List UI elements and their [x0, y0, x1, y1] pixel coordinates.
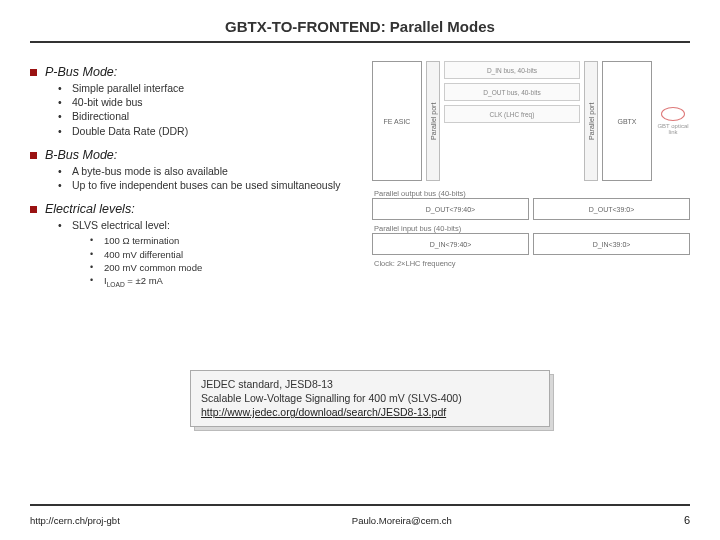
- elec-item-label: SLVS electrical level:: [72, 219, 170, 231]
- callout-box: JEDEC standard, JESD8-13 Scalable Low-Vo…: [190, 370, 550, 427]
- list-item: 40-bit wide bus: [58, 95, 360, 109]
- diagram-column: FE ASIC Parallel port D_IN bus, 40-bits …: [372, 61, 690, 299]
- list-item: SLVS electrical level: 100 Ω termination…: [58, 218, 360, 289]
- out-bus-row: D_OUT<79:40> D_OUT<39:0>: [372, 198, 690, 220]
- elec-list: SLVS electrical level: 100 Ω termination…: [58, 218, 360, 289]
- elec-sublist: 100 Ω termination 400 mV differential 20…: [90, 234, 360, 289]
- pbus-heading: P-Bus Mode:: [30, 65, 360, 79]
- bbus-heading: B-Bus Mode:: [30, 148, 360, 162]
- wire: D_IN bus, 40-bits: [444, 61, 580, 79]
- ellipse-icon: [661, 107, 685, 121]
- bus-cell: D_OUT<39:0>: [533, 198, 690, 220]
- pbus-list: Simple parallel interface 40-bit wide bu…: [58, 81, 360, 138]
- jedec-link[interactable]: http://www.jedec.org/download/search/JES…: [201, 406, 446, 418]
- optical-link: GBT optical link: [656, 61, 690, 181]
- text-column: P-Bus Mode: Simple parallel interface 40…: [30, 61, 360, 299]
- right-port-label: Parallel port: [584, 61, 598, 181]
- clock-label: Clock: 2×LHC frequency: [374, 259, 690, 268]
- elec-heading: Electrical levels:: [30, 202, 360, 216]
- bbus-title: B-Bus Mode:: [45, 148, 117, 162]
- list-item: Simple parallel interface: [58, 81, 360, 95]
- list-item: ILOAD = ±2 mA: [90, 274, 360, 289]
- bus-cell: D_IN<79:40>: [372, 233, 529, 255]
- bus-cell: D_IN<39:0>: [533, 233, 690, 255]
- bus-cell: D_OUT<79:40>: [372, 198, 529, 220]
- in-bus-label: Parallel input bus (40-bits): [374, 224, 690, 233]
- wires-column: D_IN bus, 40-bits D_OUT bus, 40-bits CLK…: [444, 61, 580, 181]
- elec-title: Electrical levels:: [45, 202, 135, 216]
- slide-title: GBTX-TO-FRONTEND: Parallel Modes: [30, 18, 690, 35]
- content-area: P-Bus Mode: Simple parallel interface 40…: [30, 61, 690, 299]
- jedec-callout: JEDEC standard, JESD8-13 Scalable Low-Vo…: [190, 370, 550, 427]
- wire: D_OUT bus, 40-bits: [444, 83, 580, 101]
- gbtx-block: GBTX: [602, 61, 652, 181]
- page-number: 6: [684, 514, 690, 526]
- fe-asic-block: FE ASIC: [372, 61, 422, 181]
- list-item: Up to five independent buses can be used…: [58, 178, 360, 192]
- jedec-line1: JEDEC standard, JESD8-13: [201, 377, 539, 391]
- pbus-title: P-Bus Mode:: [45, 65, 117, 79]
- footer-center: Paulo.Moreira@cern.ch: [352, 515, 452, 526]
- bullet-square-icon: [30, 69, 37, 76]
- bbus-list: A byte-bus mode is also available Up to …: [58, 164, 360, 192]
- diagram-bottom: Parallel output bus (40-bits) D_OUT<79:4…: [372, 189, 690, 268]
- optical-link-label: GBT optical link: [656, 123, 690, 135]
- out-bus-label: Parallel output bus (40-bits): [374, 189, 690, 198]
- wire: CLK (LHC freq): [444, 105, 580, 123]
- in-bus-row: D_IN<79:40> D_IN<39:0>: [372, 233, 690, 255]
- jedec-line2: Scalable Low-Voltage Signalling for 400 …: [201, 391, 539, 405]
- list-item: 400 mV differential: [90, 248, 360, 261]
- left-port-label: Parallel port: [426, 61, 440, 181]
- list-item: 200 mV common mode: [90, 261, 360, 274]
- footer-left-link[interactable]: http://cern.ch/proj-gbt: [30, 515, 120, 526]
- diagram-top: FE ASIC Parallel port D_IN bus, 40-bits …: [372, 61, 690, 181]
- list-item: A byte-bus mode is also available: [58, 164, 360, 178]
- list-item: Bidirectional: [58, 109, 360, 123]
- footer-rule: [30, 504, 690, 506]
- bullet-square-icon: [30, 152, 37, 159]
- list-item: Double Data Rate (DDR): [58, 124, 360, 138]
- list-item: 100 Ω termination: [90, 234, 360, 247]
- bullet-square-icon: [30, 206, 37, 213]
- title-rule: [30, 41, 690, 43]
- footer: http://cern.ch/proj-gbt Paulo.Moreira@ce…: [30, 514, 690, 526]
